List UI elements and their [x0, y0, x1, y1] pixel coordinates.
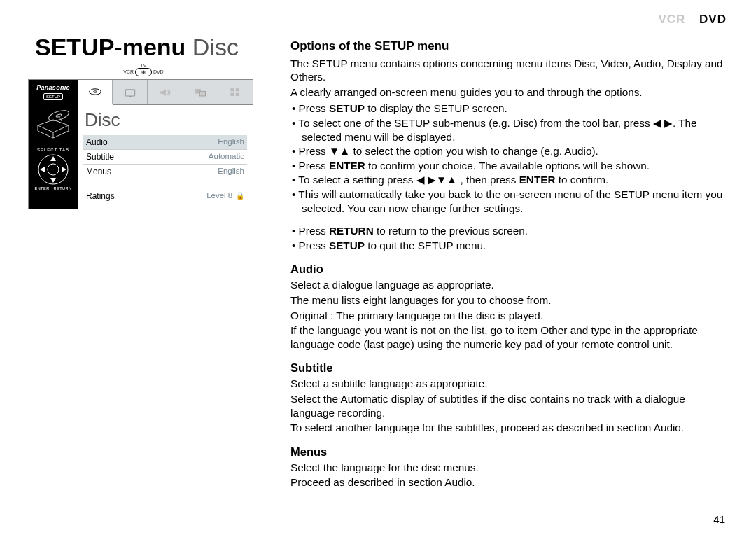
- vcr-tab: VCR: [658, 13, 685, 26]
- list-item: To select a setting press ◀ ▶▼▲ , then p…: [292, 173, 724, 187]
- page-number: 41: [713, 513, 725, 525]
- svg-marker-6: [40, 167, 45, 172]
- svg-rect-11: [129, 96, 131, 97]
- list-item: Press ▼▲ to select the option you wish t…: [292, 144, 724, 158]
- list-item: Press SETUP to display the SETUP screen.: [292, 102, 724, 116]
- heading-options: Options of the SETUP menu: [290, 39, 724, 54]
- menu-row-audio[interactable]: Audio English: [83, 135, 247, 150]
- svg-marker-5: [50, 178, 56, 183]
- heading-menus: Menus: [290, 445, 724, 459]
- disc-tray-icon: [35, 104, 71, 142]
- setup-button-graphic: SETUP: [43, 93, 63, 100]
- tab-disc[interactable]: [78, 80, 113, 105]
- tab-display[interactable]: [183, 80, 218, 104]
- menu-row-menus[interactable]: Menus English: [83, 165, 247, 179]
- svg-rect-15: [236, 88, 239, 91]
- heading-subtitle: Subtitle: [290, 361, 724, 375]
- list-item: Press ENTER to confirm your choice. The …: [292, 159, 724, 173]
- body-text: Options of the SETUP menu The SETUP menu…: [290, 39, 724, 491]
- select-tab-label: SELECT TAB: [37, 148, 69, 152]
- menu-row-subtitle[interactable]: Subtitle Automatic: [83, 150, 247, 165]
- svg-point-8: [89, 88, 101, 94]
- osd-tabbar: [78, 80, 253, 105]
- list-item: Press SETUP to quit the SETUP menu.: [292, 239, 724, 253]
- tab-audio[interactable]: [148, 80, 183, 104]
- list-item: Press RETURN to return to the previous s…: [292, 224, 724, 238]
- osd-remote-sidebar: Panasonic SETUP SELECT TAB: [29, 80, 78, 209]
- dpad-icon: [37, 153, 69, 186]
- svg-rect-13: [200, 91, 205, 96]
- svg-rect-16: [231, 92, 234, 95]
- dvd-tab: DVD: [699, 13, 727, 26]
- tab-others[interactable]: [218, 80, 253, 104]
- svg-rect-10: [125, 89, 134, 95]
- enter-return-labels: ENTERRETURN: [34, 186, 71, 190]
- svg-rect-17: [236, 92, 239, 95]
- osd-section-title: Disc: [85, 109, 247, 131]
- list-item: This will automatically take you back to…: [292, 188, 724, 215]
- list-item: To select one of the SETUP sub-menus (e.…: [292, 116, 724, 144]
- svg-rect-14: [231, 88, 234, 91]
- menu-row-ratings[interactable]: Ratings Level 8 🔒: [83, 189, 247, 203]
- heading-audio: Audio: [290, 262, 724, 277]
- osd-screenshot: Panasonic SETUP SELECT TAB: [28, 79, 253, 209]
- tab-video[interactable]: [113, 80, 148, 104]
- mode-tabs: VCR DVD: [658, 13, 727, 27]
- svg-marker-7: [62, 167, 66, 172]
- tv-vcr-dvd-indicator: TV VCR ◉ DVD: [122, 63, 164, 76]
- brand-logo: Panasonic: [36, 84, 70, 91]
- svg-point-9: [93, 90, 97, 92]
- svg-marker-4: [50, 156, 56, 161]
- lock-icon: 🔒: [234, 192, 244, 200]
- svg-point-3: [48, 164, 59, 175]
